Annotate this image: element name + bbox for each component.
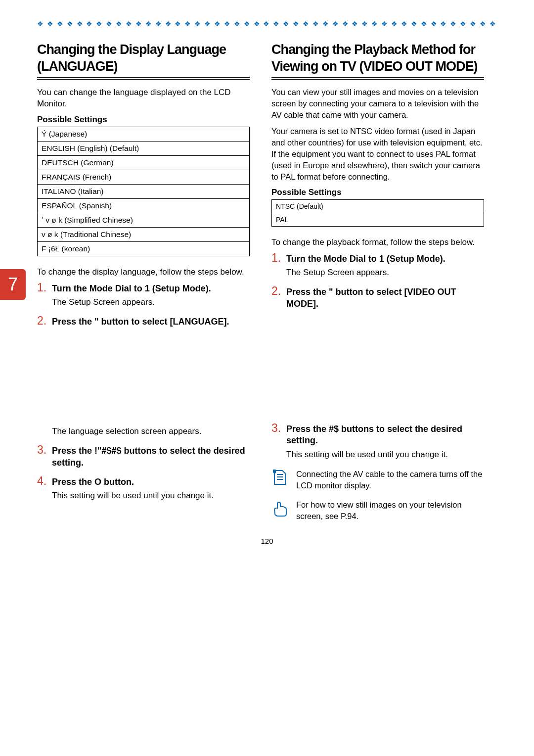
right-column: Changing the Playback Method for Viewing… <box>271 42 484 522</box>
step-body: This setting will be used until you chan… <box>52 490 250 502</box>
steps-list-language: Turn the Mode Dial to 1 (Setup Mode). Th… <box>37 283 250 502</box>
setting-row: DEUTSCH (German) <box>38 156 250 170</box>
reference-text: For how to view still images on your tel… <box>296 499 484 522</box>
reference-block: For how to view still images on your tel… <box>271 499 484 522</box>
steps-list-video-out: Turn the Mode Dial to 1 (Setup Mode). Th… <box>271 253 484 461</box>
intro-text: You can view your still images and movie… <box>271 87 484 121</box>
possible-settings-heading: Possible Settings <box>271 188 484 197</box>
note-icon <box>271 469 289 486</box>
hand-icon <box>271 499 289 517</box>
setting-row: Ý (Japanese) <box>38 127 250 142</box>
step-item: Press the !"#$#$ buttons to select the d… <box>37 445 250 469</box>
lead-text: To change the playback format, follow th… <box>271 236 484 248</box>
step-body: This setting will be used until you chan… <box>286 449 484 461</box>
step-item: Press the " button to select [VIDEO OUT … <box>271 286 484 416</box>
chapter-tab: 7 <box>0 269 26 300</box>
setting-row: ˈ v ø k (Simplified Chinese) <box>38 213 250 228</box>
lead-text: To change the display language, follow t… <box>37 266 250 278</box>
setting-row: ESPAÑOL (Spanish) <box>38 199 250 213</box>
step-title: Press the O button. <box>52 476 250 488</box>
step-title: Press the !"#$#$ buttons to select the d… <box>52 445 250 469</box>
note-block: Connecting the AV cable to the camera tu… <box>271 469 484 491</box>
title-rule <box>271 77 484 80</box>
title-rule <box>37 77 250 80</box>
left-column: Changing the Display Language (LANGUAGE)… <box>37 42 250 522</box>
setting-row: NTSC (Default) <box>272 200 484 213</box>
setting-row: ENGLISH (English) (Default) <box>38 142 250 156</box>
setting-row: PAL <box>272 213 484 227</box>
setting-row: ITALIANO (Italian) <box>38 185 250 199</box>
step-body: The Setup Screen appears. <box>286 267 484 279</box>
page-number: 120 <box>37 537 497 545</box>
step-item: Turn the Mode Dial to 1 (Setup Mode). Th… <box>37 283 250 308</box>
step-item: Turn the Mode Dial to 1 (Setup Mode). Th… <box>271 253 484 279</box>
note-text: Connecting the AV cable to the camera tu… <box>296 469 484 491</box>
setting-row: F ¡6Ł (korean) <box>38 242 250 256</box>
step-title: Press the " button to select [VIDEO OUT … <box>286 286 484 310</box>
step-title: Press the #$ buttons to select the desir… <box>286 424 484 447</box>
step-item: Press the O button. This setting will be… <box>37 476 250 502</box>
setting-row: FRANÇAIS (French) <box>38 170 250 185</box>
chapter-number: 7 <box>8 274 18 295</box>
video-out-settings-table: NTSC (Default) PAL <box>271 199 484 227</box>
intro-text: Your camera is set to NTSC video format … <box>271 126 484 183</box>
decorative-border: ❖ ❖ ❖ ❖ ❖ ❖ ❖ ❖ ❖ ❖ ❖ ❖ ❖ ❖ ❖ ❖ ❖ ❖ ❖ ❖ … <box>37 20 497 28</box>
step-title: Press the " button to select [LANGUAGE]. <box>52 316 250 328</box>
step-body: The Setup Screen appears. <box>52 296 250 308</box>
section-title-language: Changing the Display Language (LANGUAGE) <box>37 42 250 75</box>
step-title: Turn the Mode Dial to 1 (Setup Mode). <box>52 283 250 294</box>
section-title-video-out: Changing the Playback Method for Viewing… <box>271 42 484 75</box>
language-settings-table: Ý (Japanese) ENGLISH (English) (Default)… <box>37 127 250 256</box>
setting-row: v ø k (Traditional Chinese) <box>38 228 250 242</box>
step-item: Press the " button to select [LANGUAGE].… <box>37 316 250 437</box>
step-body: The language selection screen appears. <box>52 425 250 437</box>
intro-text: You can change the language displayed on… <box>37 87 250 110</box>
step-title: Turn the Mode Dial to 1 (Setup Mode). <box>286 253 484 265</box>
possible-settings-heading: Possible Settings <box>37 115 250 125</box>
step-item: Press the #$ buttons to select the desir… <box>271 424 484 461</box>
